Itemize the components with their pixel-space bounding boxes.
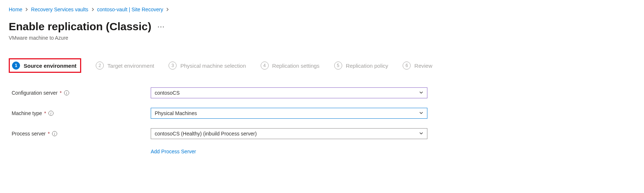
label-text: Machine type (12, 110, 42, 116)
step-target-environment[interactable]: 2 Target environment (96, 62, 154, 70)
label-text: Process server (12, 131, 46, 137)
breadcrumb-home[interactable]: Home (9, 7, 22, 12)
breadcrumb-vault-recovery[interactable]: contoso-vault | Site Recovery (97, 7, 163, 12)
page-heading-row: Enable replication (Classic) ⋯ (9, 20, 635, 33)
info-icon[interactable]: i (64, 90, 69, 95)
select-configuration-server[interactable]: contosoCS (151, 87, 427, 98)
chevron-down-icon (419, 110, 423, 116)
step-label: Replication policy (346, 63, 388, 69)
label-machine-type: Machine type * i (9, 110, 151, 116)
label-configuration-server: Configuration server * i (9, 90, 151, 96)
step-label: Replication settings (272, 63, 320, 69)
breadcrumb: Home Recovery Services vaults contoso-va… (9, 7, 635, 12)
page-title: Enable replication (Classic) (9, 20, 151, 33)
required-marker: * (60, 90, 62, 96)
row-process-server: Process server * i contosoCS (Healthy) (… (9, 128, 635, 139)
step-badge: 3 (169, 62, 177, 70)
add-process-server-link[interactable]: Add Process Server (151, 149, 196, 154)
step-physical-machine-selection[interactable]: 3 Physical machine selection (169, 62, 246, 70)
select-process-server[interactable]: contosoCS (Healthy) (inbuild Process ser… (151, 128, 427, 139)
chevron-down-icon (419, 90, 423, 96)
step-source-environment[interactable]: 1 Source environment (9, 58, 81, 73)
breadcrumb-vaults[interactable]: Recovery Services vaults (31, 7, 88, 12)
chevron-right-icon (166, 8, 169, 11)
step-badge: 2 (96, 62, 104, 70)
step-label: Review (414, 63, 432, 69)
chevron-down-icon (419, 131, 423, 137)
step-label: Target environment (107, 63, 154, 69)
required-marker: * (44, 110, 46, 116)
more-actions-button[interactable]: ⋯ (157, 22, 165, 31)
step-badge: 5 (334, 62, 342, 70)
label-process-server: Process server * i (9, 131, 151, 137)
row-machine-type: Machine type * i Physical Machines (9, 108, 635, 119)
select-value: contosoCS (Healthy) (inbuild Process ser… (155, 131, 257, 137)
chevron-right-icon (25, 8, 28, 11)
step-label: Physical machine selection (180, 63, 246, 69)
select-value: contosoCS (155, 90, 179, 96)
step-badge: 6 (403, 62, 411, 70)
page-subtitle: VMware machine to Azure (9, 35, 635, 41)
select-machine-type[interactable]: Physical Machines (151, 108, 427, 119)
info-icon[interactable]: i (48, 111, 54, 116)
info-icon[interactable]: i (52, 131, 57, 136)
chevron-right-icon (91, 8, 94, 11)
step-badge: 1 (12, 62, 20, 70)
required-marker: * (48, 131, 50, 137)
step-replication-policy[interactable]: 5 Replication policy (334, 62, 388, 70)
row-configuration-server: Configuration server * i contosoCS (9, 87, 635, 98)
wizard-steps: 1 Source environment 2 Target environmen… (9, 58, 635, 73)
step-review[interactable]: 6 Review (403, 62, 432, 70)
step-label: Source environment (24, 63, 76, 69)
select-value: Physical Machines (155, 110, 197, 116)
label-text: Configuration server (12, 90, 58, 96)
step-badge: 4 (261, 62, 269, 70)
step-replication-settings[interactable]: 4 Replication settings (261, 62, 320, 70)
